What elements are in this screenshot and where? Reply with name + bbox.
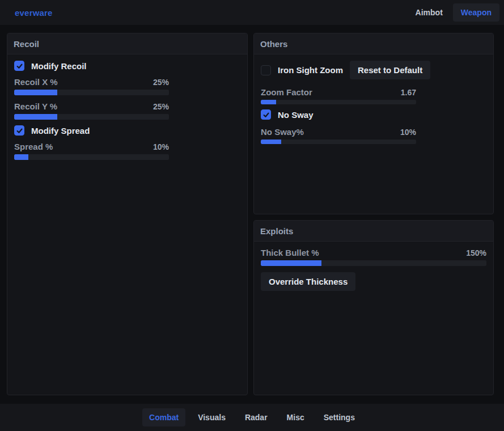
checkmark-icon (16, 62, 23, 70)
tab-radar[interactable]: Radar (238, 408, 274, 426)
recoil-panel-title: Recoil (7, 33, 247, 54)
checkmark-icon (16, 127, 23, 134)
tab-settings[interactable]: Settings (317, 408, 362, 426)
recoil-y-value: 25% (153, 102, 169, 111)
zoom-factor-value: 1.67 (401, 88, 416, 97)
thick-bullet-slider-group: Thick Bullet % 150% (261, 248, 486, 266)
iron-sight-zoom-row: Iron Sight Zoom Reset to Default (261, 61, 486, 79)
others-panel: Others Iron Sight Zoom Reset to Default … (253, 33, 494, 214)
others-panel-title: Others (254, 33, 493, 54)
no-sway-row: No Sway (261, 109, 486, 120)
iron-sight-zoom-label: Iron Sight Zoom (278, 65, 343, 75)
iron-sight-zoom-checkbox[interactable] (261, 65, 271, 75)
app-logo: everware (15, 8, 53, 18)
recoil-x-label: Recoil X % (14, 77, 58, 87)
thick-bullet-value: 150% (466, 248, 486, 257)
spread-slider-group: Spread % 10% (14, 142, 169, 160)
modify-spread-checkbox[interactable] (14, 125, 24, 136)
no-sway-pct-label: No Sway% (261, 127, 304, 137)
zoom-factor-slider-fill (261, 100, 276, 104)
recoil-y-label: Recoil Y % (14, 102, 57, 111)
tab-combat[interactable]: Combat (142, 408, 185, 426)
bottom-bar: Combat Visuals Radar Misc Settings (0, 404, 504, 431)
recoil-x-slider-group: Recoil X % 25% (14, 77, 169, 95)
no-sway-pct-slider-group: No Sway% 10% (261, 127, 416, 144)
recoil-x-slider-fill (14, 90, 57, 95)
tab-misc[interactable]: Misc (280, 408, 311, 426)
recoil-x-slider[interactable] (14, 90, 169, 95)
recoil-x-value: 25% (153, 78, 169, 87)
spread-label: Spread % (14, 142, 53, 151)
modify-spread-label: Modify Spread (31, 126, 90, 136)
recoil-y-slider[interactable] (14, 114, 169, 120)
main-content: Recoil Modify Recoil Recoil X % 25% (0, 25, 504, 404)
recoil-y-slider-fill (14, 114, 57, 120)
top-bar: everware Aimbot Weapon (0, 0, 504, 25)
recoil-panel: Recoil Modify Recoil Recoil X % 25% (7, 33, 248, 395)
no-sway-label: No Sway (278, 110, 314, 120)
thick-bullet-label: Thick Bullet % (261, 248, 319, 257)
zoom-factor-slider[interactable] (261, 100, 416, 104)
no-sway-pct-slider-fill (261, 140, 281, 144)
tab-visuals[interactable]: Visuals (191, 408, 232, 426)
no-sway-pct-slider[interactable] (261, 140, 416, 144)
modify-recoil-row: Modify Recoil (14, 61, 240, 71)
modify-recoil-checkbox[interactable] (14, 61, 24, 71)
no-sway-pct-value: 10% (400, 128, 416, 137)
spread-value: 10% (153, 142, 169, 151)
zoom-factor-label: Zoom Factor (261, 87, 312, 97)
exploits-panel: Exploits Thick Bullet % 150% Override Th… (253, 220, 494, 395)
checkmark-icon (262, 111, 270, 119)
spread-slider-fill (14, 154, 28, 160)
spread-slider[interactable] (14, 154, 169, 160)
thick-bullet-slider-fill (261, 260, 321, 266)
exploits-panel-title: Exploits (254, 221, 493, 242)
tab-aimbot[interactable]: Aimbot (408, 3, 451, 22)
reset-to-default-button[interactable]: Reset to Default (350, 61, 430, 79)
override-thickness-button[interactable]: Override Thickness (261, 272, 355, 291)
modify-recoil-label: Modify Recoil (31, 61, 87, 71)
recoil-y-slider-group: Recoil Y % 25% (14, 102, 169, 120)
tab-weapon[interactable]: Weapon (453, 3, 499, 22)
modify-spread-row: Modify Spread (14, 125, 240, 136)
thick-bullet-slider[interactable] (261, 260, 486, 266)
zoom-factor-slider-group: Zoom Factor 1.67 (261, 87, 416, 104)
no-sway-checkbox[interactable] (261, 109, 271, 120)
